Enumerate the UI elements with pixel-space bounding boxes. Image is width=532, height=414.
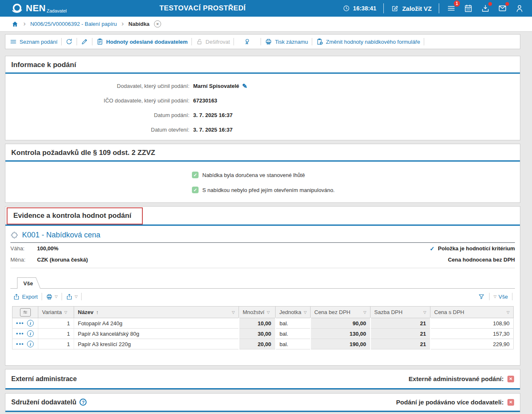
clock-icon — [343, 5, 350, 12]
currency-label: Měna: — [10, 257, 37, 263]
check-icon: ✓ — [430, 245, 435, 252]
cell-cena-bez-dph: 130,00 — [311, 329, 370, 339]
cell-cena-s-dph: 229,90 — [430, 339, 514, 349]
table-row: i 1 Papír A3 kreslící 220g 20,00 bal. 19… — [12, 339, 514, 349]
divider — [42, 293, 42, 300]
dropdown-icon: ▽ — [507, 310, 510, 314]
header-label: Jednotka — [279, 309, 301, 315]
info-icon[interactable]: i — [27, 341, 34, 347]
header-cena-bez-dph[interactable]: Cena bez DPH▽ — [311, 307, 370, 318]
tab-all-label: Vše — [23, 280, 33, 287]
row-menu-icon[interactable] — [16, 333, 23, 334]
grid-tabs: Vše — [10, 277, 515, 289]
cell-cena-s-dph: 108,90 — [430, 318, 514, 329]
export-icon — [13, 293, 20, 300]
supplier-values-button[interactable]: Hodnoty odeslané dodavatelem — [96, 38, 188, 45]
cell-varianta: 1 — [38, 339, 74, 349]
header-nazev[interactable]: Název↑▽ — [74, 307, 239, 318]
filter-button[interactable] — [478, 293, 485, 300]
external-admin-label: Externě administrované podání: — [409, 375, 504, 382]
question-icon[interactable]: ? — [80, 399, 87, 406]
notification-dot — [488, 2, 492, 6]
export-button[interactable]: Export — [13, 293, 38, 300]
tab-all[interactable]: Vše — [17, 277, 34, 289]
dropdown-icon: ▽ — [232, 310, 235, 314]
info-icon[interactable]: i — [27, 320, 34, 327]
weight-row: Váha: 100,00% ✓ Položka je hodnotící kri… — [5, 243, 520, 254]
criterion-header: K001 - Nabídková cena — [5, 226, 520, 242]
column-settings-header[interactable] — [12, 307, 38, 318]
refresh-button[interactable] — [65, 38, 73, 45]
nen-logo-icon — [11, 2, 23, 15]
list-submissions-button[interactable]: Seznam podání — [10, 38, 57, 45]
messages-button[interactable] — [497, 3, 507, 13]
sort-asc-icon: ↑ — [96, 309, 99, 315]
decrypt-button[interactable]: Dešifrovat — [196, 38, 230, 45]
top-bar: NEN Zadavatel TESTOVACÍ PROSTŘEDÍ 16:38:… — [0, 0, 532, 17]
puzzle-icon — [10, 231, 18, 239]
divider — [383, 3, 384, 13]
header-sazba-dph[interactable]: Sazba DPH▽ — [370, 307, 430, 318]
cell-sazba-dph: 21 — [370, 339, 430, 349]
nen-logo[interactable]: NEN Zadavatel — [11, 2, 67, 15]
user-profile-button[interactable] — [515, 3, 525, 13]
info-icon[interactable]: i — [27, 330, 34, 337]
header-label: Cena s DPH — [434, 309, 464, 315]
grid-toolbar: Export ▽ ▽ ▽ Vše — [10, 290, 515, 303]
print-record-button[interactable]: Tisk záznamu — [265, 38, 308, 45]
print-grid-button[interactable]: ▽ — [46, 293, 58, 300]
row-menu-icon[interactable] — [16, 343, 23, 345]
divider — [424, 38, 424, 45]
printer-icon — [265, 38, 272, 45]
divider — [191, 38, 192, 45]
calendar-button[interactable] — [463, 3, 473, 13]
divider — [62, 293, 62, 300]
header-label: Množství — [243, 309, 264, 315]
dropdown-icon: ▽ — [423, 310, 426, 314]
change-form-values-button[interactable]: Změnit hodnoty nabídkového formuláře — [316, 38, 420, 45]
currency-row: Měna: CZK (koruna česká) Cena hodnocena … — [5, 254, 520, 265]
check-row: ✓ Nabídka byla doručena ve stanovené lhů… — [5, 167, 520, 182]
row-menu-icon[interactable] — [16, 322, 23, 324]
section-supplier-association: Sdružení dodavatelů ? Podání je podáváno… — [5, 393, 520, 412]
inbox-download-button[interactable] — [480, 3, 490, 13]
cell-varianta: 1 — [38, 318, 74, 329]
certificate-button[interactable] — [244, 38, 251, 45]
section-title: Informace k podání — [5, 56, 520, 72]
supplier-values-label: Hodnoty odeslané dodavatelem — [106, 39, 188, 45]
edit-supplier-icon[interactable]: ✎ — [242, 82, 248, 90]
header-varianta[interactable]: Varianta▽ — [38, 307, 74, 318]
header-jednotka[interactable]: Jednotka▽ — [276, 307, 311, 318]
divider — [92, 38, 92, 45]
list-icon — [10, 38, 17, 45]
field-label: Datum otevření: — [5, 127, 189, 133]
main-menu-button[interactable]: 1 — [446, 3, 456, 13]
printer-icon — [46, 293, 53, 300]
header-label: Cena bez DPH — [314, 309, 351, 315]
home-icon[interactable] — [11, 20, 19, 28]
field-label: Dodavatel, který učinil podání: — [5, 83, 189, 89]
menu-badge: 1 — [454, 0, 460, 7]
field-ico: IČO dodavatele, který učinil podání: 672… — [5, 93, 520, 108]
breadcrumb-contract-link[interactable]: N006/25/V00006392 - Balení papíru — [30, 21, 117, 27]
divider — [61, 38, 62, 45]
cell-varianta: 1 — [38, 329, 74, 339]
filter-scope-select[interactable]: ▽ Vše — [494, 294, 508, 300]
opening-date-value: 3. 7. 2025 16:37 — [193, 127, 233, 133]
pencil-icon — [81, 38, 88, 45]
ico-value: 67230163 — [193, 97, 217, 104]
create-vz-button[interactable]: Založit VZ — [391, 5, 432, 12]
cell-mnozstvi: 20,00 — [239, 339, 276, 349]
dropdown-icon: ▽ — [267, 310, 270, 314]
field-label: Datum podání: — [5, 112, 189, 118]
cell-cena-s-dph: 157,30 — [430, 329, 514, 339]
section-title: Evidence a kontrola hodnot podání — [7, 208, 137, 224]
edit-button[interactable] — [81, 38, 88, 45]
check-label: S nabídkou nebylo před jejím otevřením m… — [202, 187, 335, 193]
header-cena-s-dph[interactable]: Cena s DPH▽ — [430, 307, 514, 318]
divider — [261, 38, 261, 45]
header-mnozstvi[interactable]: Množství▽ — [239, 307, 276, 318]
cell-nazev: Fotopapír A4 240g — [74, 318, 239, 329]
share-grid-button[interactable]: ▽ — [66, 293, 78, 300]
close-tab-button[interactable]: ✕ — [154, 20, 161, 27]
